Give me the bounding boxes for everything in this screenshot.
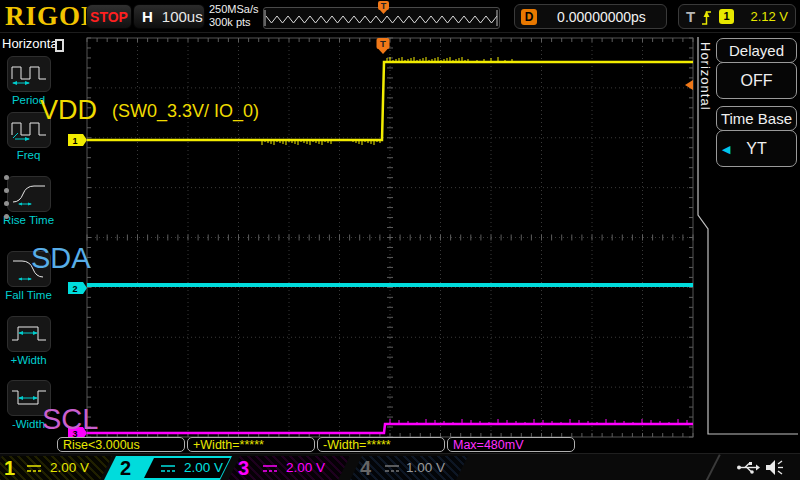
trigger-settings-box[interactable]: T 1 2.12 V	[678, 4, 796, 29]
ch1-net-label: (SW0_3.3V/ IO_0)	[112, 101, 259, 122]
timebase-menu-label[interactable]: Time Base	[716, 106, 797, 131]
channel-1-number: 1	[4, 456, 15, 480]
measure-menu-title: Horizontal	[2, 36, 61, 51]
trigger-delay-box[interactable]: D 0.00000000ps	[514, 4, 667, 29]
memory-depth: 300k pts	[209, 16, 259, 29]
menu-page-dot	[4, 175, 9, 180]
dc-coupling-icon	[160, 463, 176, 474]
channel-2-scale: 2.00 V	[184, 456, 223, 480]
svg-text:2: 2	[72, 284, 77, 294]
trigger-badge: T	[686, 8, 695, 25]
ch1-signal-label: VDD	[40, 95, 97, 126]
trigger-level-marker[interactable]	[685, 80, 693, 90]
timebase-left-arrow-icon: ◀	[722, 143, 730, 156]
measure-item-rise-time[interactable]	[7, 176, 51, 212]
plus-width-icon	[10, 322, 48, 346]
speaker-icon	[764, 458, 786, 477]
measurement-plus-width[interactable]: +Width=*****	[187, 437, 315, 452]
period-icon	[10, 62, 48, 86]
ch1-ground-marker[interactable]: 1	[68, 134, 87, 146]
channel-4-status[interactable]: 4 1.00 V	[350, 456, 468, 480]
dc-coupling-icon	[26, 463, 42, 474]
display-corner-fragment	[55, 39, 64, 52]
trigger-source-badge: 1	[719, 9, 734, 24]
trigger-position-flag[interactable]: T	[377, 38, 390, 54]
svg-text:1: 1	[72, 136, 77, 146]
sample-rate: 250MSa/s	[209, 3, 259, 16]
sample-rate-info: 250MSa/s 300k pts	[209, 3, 259, 29]
channel-2-status[interactable]: 2 2.00 V	[104, 456, 232, 480]
delayed-menu-label[interactable]: Delayed	[716, 38, 797, 63]
ch2-ground-marker[interactable]: 2	[68, 282, 87, 294]
right-menu-tab-horizontal[interactable]: Horizontal	[696, 42, 713, 212]
measurement-rise-time[interactable]: Rise<3.000us	[57, 437, 185, 452]
waveform-display: T 1 2 3	[57, 33, 697, 447]
oscilloscope-screen: RIGOL STOP H 100us 250MSa/s 300k pts T D…	[0, 0, 800, 480]
measure-label-fall-time: Fall Time	[0, 289, 57, 301]
dc-coupling-icon	[262, 463, 278, 474]
h-badge: H	[142, 8, 153, 25]
menu-page-dot	[4, 188, 9, 193]
channel-4-number: 4	[360, 456, 371, 480]
channel-3-number: 3	[238, 456, 249, 480]
trigger-level-value: 2.12 V	[734, 9, 788, 24]
measurement-max[interactable]: Max=480mV	[447, 437, 575, 452]
ch2-signal-label: SDA	[31, 242, 91, 275]
measurement-minus-width[interactable]: -Width=*****	[317, 437, 445, 452]
top-status-bar: RIGOL STOP H 100us 250MSa/s 300k pts T D…	[0, 0, 800, 33]
channel-3-status[interactable]: 3 2.00 V	[228, 456, 350, 480]
ch3-signal-label: SCL	[42, 403, 98, 436]
trace-ch3-scl	[87, 424, 693, 433]
delay-badge: D	[521, 9, 537, 25]
rise-time-icon	[10, 182, 48, 206]
delay-value: 0.00000000ps	[537, 9, 666, 25]
run-stop-button[interactable]: STOP	[86, 4, 132, 29]
menu-page-dot	[4, 214, 9, 219]
measure-label-freq: Freq	[0, 149, 57, 161]
channel-1-status[interactable]: 1 2.00 V	[0, 456, 112, 480]
timebase-value: 100us	[162, 8, 203, 25]
measure-item-period[interactable]	[7, 56, 51, 92]
channel-4-scale: 1.00 V	[406, 456, 445, 480]
channel-3-scale: 2.00 V	[286, 456, 325, 480]
svg-text:T: T	[380, 38, 386, 49]
usb-icon	[736, 460, 760, 475]
measure-label-plus-width: +Width	[0, 354, 57, 366]
trigger-position-marker-top[interactable]: T	[377, 0, 390, 14]
measure-item-plus-width[interactable]	[7, 316, 51, 352]
channel-status-bar: 1 2.00 V 2 2.00 V 3	[0, 453, 800, 480]
status-divider	[705, 454, 720, 480]
channel-2-number: 2	[120, 456, 131, 480]
rising-edge-icon	[700, 8, 713, 26]
horizontal-timebase-box[interactable]: H 100us	[133, 4, 205, 29]
dc-coupling-icon	[384, 463, 400, 474]
channel-1-scale: 2.00 V	[50, 456, 89, 480]
menu-page-dot	[4, 201, 9, 206]
delayed-menu-value[interactable]: OFF	[716, 62, 797, 99]
svg-text:T: T	[381, 1, 387, 11]
